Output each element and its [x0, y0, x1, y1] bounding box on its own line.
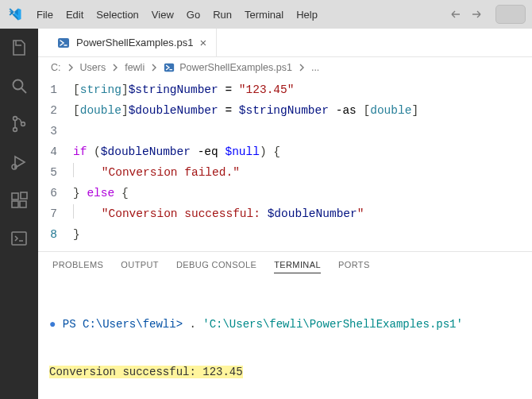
- chevron-right-icon: [66, 63, 75, 72]
- command-center[interactable]: [495, 5, 526, 24]
- chevron-right-icon: [149, 63, 159, 72]
- panel-tab-ports[interactable]: PORTS: [338, 260, 370, 273]
- svg-point-2: [13, 117, 17, 121]
- code-line: 7 "Conversion successful: $doubleNumber": [38, 203, 532, 224]
- search-icon[interactable]: [8, 75, 30, 97]
- svg-point-3: [13, 128, 17, 132]
- code-line: 8}: [38, 224, 532, 245]
- code-content: [73, 121, 532, 141]
- line-number: 7: [38, 203, 73, 224]
- menu-terminal[interactable]: Terminal: [238, 6, 290, 24]
- code-line: 1[string]$stringNumber = "123.45": [38, 79, 532, 100]
- code-line: 2[double]$doubleNumber = $stringNumber -…: [38, 100, 532, 121]
- svg-rect-9: [21, 192, 27, 199]
- breadcrumb[interactable]: C: Users fewli PowerShellExamples.ps1 ..…: [38, 57, 532, 78]
- panel-tabs: PROBLEMSOUTPUTDEBUG CONSOLETERMINALPORTS: [38, 252, 532, 280]
- menu-file[interactable]: File: [30, 6, 60, 24]
- line-number: 1: [38, 79, 73, 100]
- chevron-right-icon: [110, 63, 120, 72]
- terminal-output: Conversion successful: 123.45: [38, 364, 532, 380]
- line-number: 5: [38, 162, 73, 183]
- menu-view[interactable]: View: [145, 6, 180, 24]
- nav-forward-icon[interactable]: [467, 5, 486, 24]
- vscode-icon: [8, 7, 22, 21]
- chevron-right-icon: [297, 63, 306, 72]
- editor-tabs: PowerShellExamples.ps1 ×: [38, 29, 532, 57]
- tab-label: PowerShellExamples.ps1: [76, 37, 193, 48]
- explorer-icon[interactable]: [8, 37, 30, 59]
- svg-rect-7: [12, 201, 18, 207]
- nav-back-icon[interactable]: [446, 5, 465, 24]
- extensions-icon[interactable]: [8, 189, 30, 211]
- svg-rect-10: [12, 232, 26, 245]
- panel-tab-debug-console[interactable]: DEBUG CONSOLE: [176, 260, 256, 273]
- line-number: 4: [38, 141, 73, 162]
- terminal-prompt: PS C:\Users\fewli>: [63, 318, 183, 331]
- terminal-panel-icon[interactable]: [8, 227, 30, 250]
- code-content: "Conversion successful: $doubleNumber": [73, 203, 532, 224]
- breadcrumb-seg[interactable]: fewli: [125, 62, 145, 73]
- menu-help[interactable]: Help: [290, 6, 324, 24]
- bottom-panel: PROBLEMSOUTPUTDEBUG CONSOLETERMINALPORTS…: [38, 251, 532, 399]
- title-bar: FileEditSelectionViewGoRunTerminalHelp: [0, 0, 532, 29]
- code-content: [string]$stringNumber = "123.45": [73, 79, 532, 100]
- code-content: [double]$doubleNumber = $stringNumber -a…: [73, 100, 532, 121]
- svg-line-1: [21, 88, 26, 93]
- menu-go[interactable]: Go: [180, 6, 206, 24]
- panel-tab-problems[interactable]: PROBLEMS: [52, 260, 103, 273]
- code-line: 6} else {: [38, 183, 532, 203]
- status-dot-icon: ●: [49, 318, 56, 331]
- panel-tab-output[interactable]: OUTPUT: [121, 260, 159, 273]
- code-line: 3: [38, 121, 532, 141]
- close-icon[interactable]: ×: [199, 37, 206, 48]
- code-editor[interactable]: 1[string]$stringNumber = "123.45"2[doubl…: [38, 78, 532, 251]
- svg-rect-8: [20, 201, 26, 207]
- breadcrumb-seg[interactable]: ...: [311, 62, 319, 73]
- run-debug-icon[interactable]: [8, 151, 30, 173]
- menu-run[interactable]: Run: [206, 6, 238, 24]
- code-content: if ($doubleNumber -eq $null) {: [73, 141, 532, 162]
- line-number: 2: [38, 100, 73, 121]
- tab-powershellexamples[interactable]: PowerShellExamples.ps1 ×: [48, 29, 217, 56]
- line-number: 8: [38, 224, 73, 245]
- code-line: 5 "Conversion failed.": [38, 162, 532, 183]
- menu-selection[interactable]: Selection: [90, 6, 145, 24]
- line-number: 3: [38, 121, 73, 141]
- activity-bar: [0, 29, 38, 399]
- code-content: } else {: [73, 183, 532, 203]
- breadcrumb-seg[interactable]: Users: [80, 62, 106, 73]
- breadcrumb-seg[interactable]: C:: [51, 62, 61, 73]
- svg-rect-6: [12, 193, 18, 200]
- terminal[interactable]: ● PS C:\Users\fewli> . 'C:\Users\fewli\P…: [38, 280, 532, 399]
- code-line: 4if ($doubleNumber -eq $null) {: [38, 141, 532, 162]
- line-number: 6: [38, 183, 73, 203]
- svg-point-4: [21, 122, 25, 126]
- panel-tab-terminal[interactable]: TERMINAL: [274, 260, 321, 273]
- menu-edit[interactable]: Edit: [60, 6, 90, 24]
- breadcrumb-seg[interactable]: PowerShellExamples.ps1: [179, 62, 292, 73]
- code-content: }: [73, 224, 532, 245]
- code-content: "Conversion failed.": [73, 162, 532, 183]
- powershell-file-icon: [164, 62, 175, 73]
- terminal-command: . 'C:\Users\fewli\PowerShellExamples.ps1…: [189, 318, 462, 331]
- terminal-line: ● PS C:\Users\fewli> . 'C:\Users\fewli\P…: [38, 316, 532, 332]
- svg-point-0: [13, 80, 23, 90]
- source-control-icon[interactable]: [8, 113, 30, 135]
- powershell-file-icon: [57, 37, 70, 49]
